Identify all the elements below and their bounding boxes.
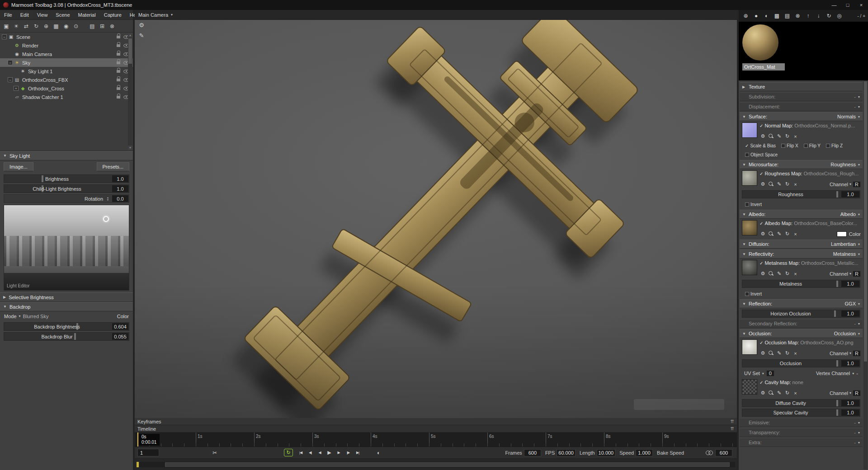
refresh-icon[interactable]: ↻ [825,12,833,20]
lock-icon[interactable] [117,44,120,47]
expander-icon[interactable]: − [8,77,13,82]
channel-value[interactable]: R [853,350,861,357]
clear-icon[interactable]: × [792,390,799,396]
slider-value[interactable]: 1.0 [841,281,859,287]
slider-value[interactable]: 1.0 [841,191,859,197]
magnifier-icon[interactable] [768,230,774,237]
magnifier-icon[interactable] [768,350,774,357]
material-section-albedo[interactable]: ▼Albedo:Albedo▾ [740,210,863,219]
pencil-icon[interactable]: ✎ [776,390,783,396]
menu-item-edit[interactable]: Edit [16,10,33,20]
tree-row-render[interactable]: ⚙Render [0,41,133,50]
section-mode-dropdown[interactable]: Albedo▾ [840,212,860,217]
enabled-check-icon[interactable]: ✓ [760,340,763,345]
vertex-channel-dropdown[interactable]: Vertex Channel▾- [816,371,858,376]
go-to-start-button[interactable]: |◀ [297,449,305,456]
translate-tool-icon[interactable]: ⇄ [22,22,31,31]
go-to-end-button[interactable]: ▶| [354,449,362,456]
select-tool-icon[interactable]: ▣ [2,22,11,31]
occlusion-map-thumbnail[interactable] [742,339,757,355]
section-mode-dropdown[interactable]: Normals▾ [837,114,860,119]
tree-row-shadow-catcher-1[interactable]: ▱Shadow Catcher 1 [0,93,133,101]
slider-value[interactable]: 1.0 [841,360,859,367]
prev-keyframe-button[interactable]: ◀| [306,449,314,456]
pencil-icon[interactable]: ✎ [776,181,783,188]
clear-icon[interactable]: × [792,350,799,357]
enabled-check-icon[interactable]: ✓ [760,123,763,128]
sky-preview-image[interactable]: Light Editor [4,205,129,291]
rotate-tool-icon[interactable]: ↻ [32,22,41,31]
viewport-settings-icon[interactable]: ⚙ [137,22,146,28]
menu-item-material[interactable]: Material [74,10,100,20]
lock-icon[interactable] [117,96,120,99]
color-swatch[interactable] [837,231,847,237]
field-value[interactable]: 60.000 [557,449,576,456]
reload-icon[interactable]: ↻ [784,133,791,140]
checkbox-invert[interactable]: Invert [745,291,762,296]
slider-value[interactable]: 1.0 [841,409,859,416]
expander-icon[interactable]: + [14,86,19,91]
brightness-slider[interactable]: Brightness 1.0 [4,174,129,183]
pivot-tool-icon[interactable]: ⊙ [71,22,80,31]
scrollbar-thumb[interactable] [128,38,132,64]
collapse-chevrons-icon[interactable]: ⇈ [731,426,734,431]
uv-set-dropdown[interactable]: UV Set▾0 [744,370,774,376]
material-section-extra[interactable]: Extra:-▾ [740,438,863,447]
lock-icon[interactable] [117,36,120,38]
next-keyframe-button[interactable]: |▶ [344,449,352,456]
material-section-reflectivity[interactable]: ▼Reflectivity:Metalness▾ [740,249,863,258]
material-section-transparency[interactable]: Transparency:-▾ [740,428,863,437]
turntable-icon[interactable]: ◐ [377,450,380,456]
menu-item-capture[interactable]: Capture [100,10,126,20]
sky-light-handle[interactable] [103,216,109,222]
field-value[interactable]: 10.000 [597,449,616,456]
reload-icon[interactable]: ↻ [784,390,791,396]
light-tool-icon[interactable]: ☀ [12,22,21,31]
checkbox-object-space[interactable]: Object Space [745,152,778,157]
timeline-bar[interactable]: Timeline ⇈ [135,425,737,432]
timeline-scrollbar[interactable] [135,459,737,470]
timeline-ruler[interactable]: 0s 0:00.01 0s1s2s3s4s5s6s7s8s9s [135,432,737,447]
checker-sphere-icon[interactable]: ▩ [773,12,781,20]
section-mode-dropdown[interactable]: -▾ [854,440,860,445]
slider-horizon-occlusion[interactable]: Horizon Occlusion1.0 [742,310,860,318]
tree-row-orthodoxcross-fbx[interactable]: −▤OrthodoxCross_FBX [0,75,133,84]
folder-icon[interactable]: ▤ [783,12,792,20]
reload-icon[interactable]: ↻ [784,350,791,357]
magnifier-icon[interactable] [768,181,774,188]
magnifier-icon[interactable] [768,133,774,140]
sky-light-header[interactable]: ▼ Sky Light [0,151,133,160]
pencil-icon[interactable]: ✎ [776,350,783,357]
library-icon[interactable]: ◎ [835,12,844,20]
slider-value[interactable]: 0.055 [112,333,128,340]
duplicate-icon[interactable]: ⊞ [98,22,107,31]
viewport-3d[interactable]: ⚙ ✎ [135,20,737,418]
channel-value[interactable]: R [853,390,861,396]
material-section-emissive[interactable]: Emissive:-▾ [740,418,863,427]
slider-diffuse-cavity[interactable]: Diffuse Cavity1.0 [742,399,860,407]
backdrop-blur-slider[interactable]: Backdrop Blur 0.055 [4,332,129,341]
section-mode-dropdown[interactable]: -▾ [854,430,860,435]
enabled-check-icon[interactable]: ✓ [760,171,763,176]
grid-tool-icon[interactable]: ▦ [52,22,61,31]
section-mode-dropdown[interactable]: -▾ [854,420,860,425]
backdrop-brightness-slider[interactable]: Backdrop Brightness 0.604 [4,322,129,331]
menu-item-file[interactable]: File [0,10,16,20]
next-frame-button[interactable]: ▶ [335,449,343,456]
tree-row-main-camera[interactable]: ◉Main Camera [0,50,133,58]
keyframes-bar[interactable]: Keyframes ⇈ [135,418,737,425]
pencil-icon[interactable]: ✎ [776,230,783,237]
material-preview-sphere[interactable] [742,24,778,61]
lock-icon[interactable] [117,61,120,64]
delete-icon[interactable]: ⊗ [793,12,802,20]
field-value[interactable]: 1.000 [636,449,653,456]
material-section-surface[interactable]: ▼Surface:Normals▾ [740,112,863,121]
slider-value[interactable]: 1.0 [841,400,859,406]
menu-item-scene[interactable]: Scene [52,10,74,20]
expander-icon[interactable]: − [2,34,7,39]
move-up-icon[interactable]: ↑ [804,12,812,20]
range-start-marker[interactable] [137,462,139,467]
prev-frame-button[interactable]: ◀ [316,449,324,456]
lock-icon[interactable] [117,79,120,81]
scroll-up-icon[interactable]: ▲ [128,33,132,38]
